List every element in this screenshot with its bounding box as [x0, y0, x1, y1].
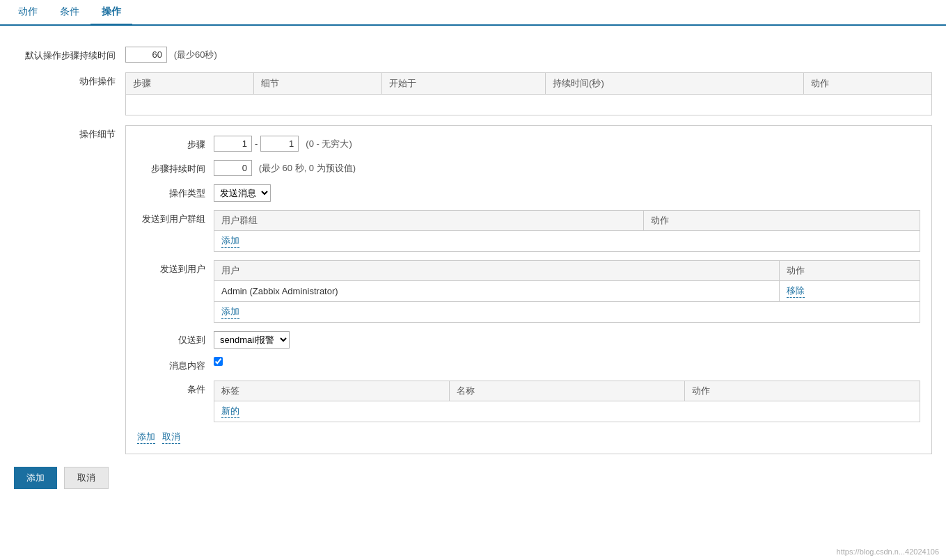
main-content: 默认操作步骤持续时间 (最少60秒) 动作操作 步骤 细节 开始于 持续时间(秒…	[0, 40, 946, 503]
users-col-action: 动作	[779, 261, 920, 281]
groups-col-action: 动作	[643, 211, 920, 231]
send-to-users-label: 发送到用户	[137, 260, 214, 275]
message-contents-checkbox-wrap	[214, 357, 920, 366]
action-operations-row: 动作操作 步骤 细节 开始于 持续时间(秒) 动作	[14, 72, 932, 115]
cond-new-link[interactable]: 新的	[221, 405, 239, 418]
step-range: - (0 - 无穷大)	[214, 136, 920, 152]
cond-col-name: 名称	[450, 381, 685, 401]
footer-buttons: 添加 取消	[14, 467, 932, 489]
message-contents-label: 消息内容	[137, 357, 214, 372]
send-to-groups-content: 用户群组 动作 添加	[214, 210, 920, 252]
user-action-0: 移除	[779, 281, 920, 302]
tab-operations[interactable]: 操作	[90, 0, 132, 26]
step-row: 步骤 - (0 - 无穷大)	[137, 136, 920, 152]
message-contents-content	[214, 357, 920, 366]
conditions-table: 标签 名称 动作 新的	[214, 381, 920, 422]
action-operations-content: 步骤 细节 开始于 持续时间(秒) 动作	[125, 72, 932, 115]
send-to-groups-row: 发送到用户群组 用户群组 动作	[137, 210, 920, 252]
send-to-users-row: 发送到用户 用户 动作 Admin (Zabbix	[137, 260, 920, 323]
detail-box: 步骤 - (0 - 无穷大) 步骤持续时间	[125, 125, 932, 454]
users-table: 用户 动作 Admin (Zabbix Administrator) 移除	[214, 260, 920, 323]
default-step-duration-hint: (最少60秒)	[174, 49, 217, 60]
col-action: 动作	[803, 73, 931, 95]
send-only-to-label: 仅送到	[137, 331, 214, 346]
conditions-label: 条件	[137, 381, 214, 396]
users-add-row: 添加	[214, 302, 920, 323]
col-steps: 步骤	[126, 73, 254, 95]
operation-type-content: 发送消息	[214, 184, 920, 202]
step-label: 步骤	[137, 136, 214, 151]
cancel-button[interactable]: 取消	[64, 467, 109, 489]
default-step-duration-input[interactable]	[125, 47, 167, 63]
cond-col-action: 动作	[685, 381, 920, 401]
step-from-input[interactable]	[214, 136, 252, 152]
groups-add-link[interactable]: 添加	[221, 234, 239, 248]
operation-details-content: 步骤 - (0 - 无穷大) 步骤持续时间	[125, 125, 932, 454]
detail-bottom-links: 添加 取消	[137, 431, 920, 444]
operation-type-select[interactable]: 发送消息	[214, 184, 271, 202]
user-row-0: Admin (Zabbix Administrator) 移除	[214, 281, 920, 302]
detail-cancel-link[interactable]: 取消	[162, 431, 180, 444]
send-to-groups-label: 发送到用户群组	[137, 210, 214, 225]
detail-add-link[interactable]: 添加	[137, 431, 155, 444]
message-contents-row: 消息内容	[137, 357, 920, 372]
tab-action[interactable]: 动作	[7, 0, 49, 24]
message-contents-checkbox[interactable]	[214, 357, 223, 366]
step-dash: -	[255, 138, 258, 149]
step-content: - (0 - 无穷大)	[214, 136, 920, 152]
conditions-row: 条件 标签 名称 动作	[137, 381, 920, 422]
groups-add-cell: 添加	[214, 231, 920, 252]
action-operations-table: 步骤 细节 开始于 持续时间(秒) 动作	[125, 72, 932, 115]
users-add-link[interactable]: 添加	[221, 305, 239, 319]
step-duration-label: 步骤持续时间	[137, 160, 214, 175]
user-remove-link-0[interactable]: 移除	[787, 285, 805, 298]
groups-table: 用户群组 动作 添加	[214, 210, 920, 252]
step-to-input[interactable]	[260, 136, 299, 152]
col-start-at: 开始于	[382, 73, 546, 95]
step-duration-input[interactable]	[214, 160, 252, 176]
users-col-name: 用户	[214, 261, 780, 281]
operation-type-label: 操作类型	[137, 184, 214, 200]
conditions-content: 标签 名称 动作 新的	[214, 381, 920, 422]
tabs-bar: 动作 条件 操作	[0, 0, 946, 26]
step-duration-hint: (最少 60 秒, 0 为预设值)	[259, 163, 356, 173]
cond-col-tag: 标签	[214, 381, 450, 401]
default-step-duration-row: 默认操作步骤持续时间 (最少60秒)	[14, 47, 932, 63]
col-duration: 持续时间(秒)	[546, 73, 804, 95]
groups-add-row: 添加	[214, 231, 920, 252]
users-add-cell: 添加	[214, 302, 920, 323]
step-duration-content: (最少 60 秒, 0 为预设值)	[214, 160, 920, 176]
default-step-duration-label: 默认操作步骤持续时间	[14, 47, 125, 62]
add-button[interactable]: 添加	[14, 467, 57, 489]
step-hint: (0 - 无穷大)	[306, 138, 352, 150]
operation-details-row: 操作细节 步骤 - (0 - 无穷大)	[14, 125, 932, 454]
default-step-duration-content: (最少60秒)	[125, 47, 932, 63]
send-only-to-content: sendmail报警	[214, 331, 920, 349]
action-operations-label: 动作操作	[14, 72, 125, 88]
send-only-to-row: 仅送到 sendmail报警	[137, 331, 920, 349]
cond-new-cell: 新的	[214, 401, 920, 422]
operation-details-label: 操作细节	[14, 125, 125, 141]
groups-col-name: 用户群组	[214, 211, 644, 231]
col-details: 细节	[254, 73, 382, 95]
send-to-users-content: 用户 动作 Admin (Zabbix Administrator) 移除	[214, 260, 920, 323]
operation-type-row: 操作类型 发送消息	[137, 184, 920, 202]
cond-new-row: 新的	[214, 401, 920, 422]
tab-conditions[interactable]: 条件	[49, 0, 90, 24]
send-only-to-select[interactable]: sendmail报警	[214, 331, 290, 349]
step-duration-row: 步骤持续时间 (最少 60 秒, 0 为预设值)	[137, 160, 920, 176]
user-name-0: Admin (Zabbix Administrator)	[214, 281, 780, 302]
